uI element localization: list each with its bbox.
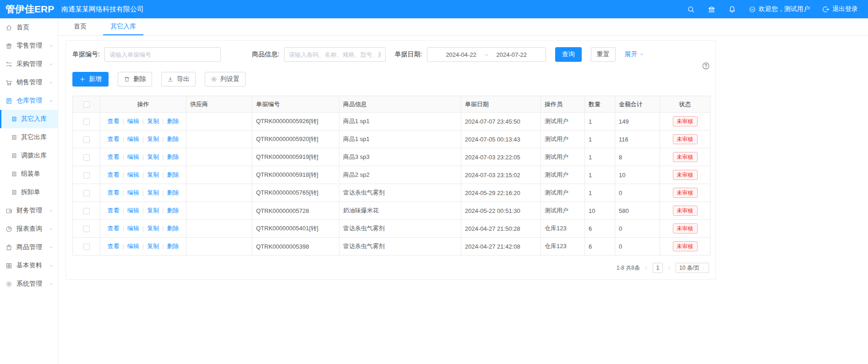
action-separator: | [142,189,144,196]
view-link[interactable]: 查看 [107,171,119,178]
sidebar-subitem-assembly[interactable]: 组装单 [0,165,58,183]
user-menu[interactable]: 欢迎您，测试用户 [749,5,810,13]
bill-no-input[interactable] [104,47,221,62]
doc-icon [11,116,17,122]
sidebar-subitem-other-outbound[interactable]: 其它出库 [0,128,58,147]
search-button[interactable]: 查询 [555,47,582,62]
chevron-down-icon [702,266,705,270]
next-page-button[interactable] [667,266,671,270]
date-end[interactable]: 2024-07-22 [496,51,527,58]
delete-link[interactable]: 删除 [167,153,179,160]
add-button[interactable]: 新增 [72,72,109,87]
delete-link[interactable]: 删除 [167,243,179,250]
edit-link[interactable]: 编辑 [127,153,139,160]
row-checkbox[interactable] [83,226,90,232]
copy-link[interactable]: 复制 [147,225,159,232]
swap-icon [5,61,12,68]
action-separator: | [162,171,164,178]
edit-link[interactable]: 编辑 [127,136,139,142]
copy-link[interactable]: 复制 [147,207,159,214]
reset-button[interactable]: 重置 [591,47,616,62]
company-name: 南通某某网络科技有限公司 [61,5,144,14]
column-settings-button[interactable]: 列设置 [205,72,246,87]
copy-link[interactable]: 复制 [147,153,159,160]
sidebar-item-home[interactable]: 首页 [0,18,58,37]
table-row: 查看|编辑|复制|删除QTRK00000005401[转]雷达杀虫气雾剂2024… [73,220,710,238]
sidebar-item-system[interactable]: 系统管理 [0,275,58,293]
edit-link[interactable]: 编辑 [127,189,139,196]
delete-link[interactable]: 删除 [167,118,179,125]
search-icon[interactable] [687,5,695,13]
delete-link[interactable]: 删除 [167,189,179,196]
view-link[interactable]: 查看 [107,118,119,125]
row-checkbox[interactable] [83,119,90,125]
action-separator: | [122,136,124,142]
bell-icon[interactable] [728,5,736,13]
date-separator: ~ [485,51,488,58]
view-link[interactable]: 查看 [107,207,119,214]
edit-link[interactable]: 编辑 [127,171,139,178]
operator-cell: 测试用户 [541,130,585,148]
delete-link[interactable]: 删除 [167,225,179,232]
tab-1[interactable]: 其它入库 [103,18,143,35]
delete-link[interactable]: 删除 [167,171,179,178]
delete-button[interactable]: 删除 [118,72,152,87]
export-button[interactable]: 导出 [161,72,196,87]
row-checkbox[interactable] [83,244,90,250]
sidebar-item-warehouse[interactable]: 仓库管理 [0,92,58,110]
view-link[interactable]: 查看 [107,136,119,142]
product-cell: 商品1 sp1 [339,113,461,130]
sidebar-item-retail[interactable]: 零售管理 [0,37,58,55]
copy-link[interactable]: 复制 [147,189,159,196]
sidebar-item-finance[interactable]: 财务管理 [0,201,58,220]
status-cell: 未审核 [660,166,710,184]
delete-link[interactable]: 删除 [167,136,179,142]
select-all-checkbox[interactable] [83,101,90,108]
date-start[interactable]: 2024-04-22 [446,51,476,58]
view-link[interactable]: 查看 [107,189,119,196]
edit-link[interactable]: 编辑 [127,243,139,250]
sidebar-item-basic-data[interactable]: 基本资料 [0,256,58,275]
date-range-picker[interactable]: 2024-04-22 ~ 2024-07-22 [427,47,546,62]
copy-link[interactable]: 复制 [147,136,159,142]
sidebar-subitem-other-inbound[interactable]: 其它入库 [0,110,58,128]
row-checkbox[interactable] [83,208,90,214]
current-page[interactable]: 1 [653,263,663,273]
logout-button[interactable]: 退出登录 [823,5,858,13]
bag-icon [5,244,12,251]
sidebar-item-reports[interactable]: 报表查询 [0,220,58,238]
sidebar-item-sales[interactable]: 销售管理 [0,73,58,92]
copy-link[interactable]: 复制 [147,171,159,178]
prev-page-button[interactable] [644,266,649,270]
bank-icon[interactable] [708,5,715,13]
app-logo[interactable]: 管伊佳ERP [0,3,56,16]
sidebar-subitem-transfer-outbound[interactable]: 调拨出库 [0,147,58,165]
row-checkbox[interactable] [83,172,90,179]
row-checkbox[interactable] [83,190,90,196]
edit-link[interactable]: 编辑 [127,207,139,214]
product-info-input[interactable] [284,47,386,62]
table-row: 查看|编辑|复制|删除QTRK00000005926[转]商品1 sp12024… [73,113,710,130]
sidebar-subitem-disassembly[interactable]: 拆卸单 [0,183,58,201]
view-link[interactable]: 查看 [107,225,119,232]
amount-cell: 0 [615,220,660,238]
view-link[interactable]: 查看 [107,243,119,250]
page-size-label: 10 条/页 [679,264,699,272]
edit-link[interactable]: 编辑 [127,118,139,125]
copy-link[interactable]: 复制 [147,118,159,125]
product-cell: 商品2 sp2 [339,166,461,184]
row-checkbox[interactable] [83,136,90,143]
help-icon[interactable] [702,62,710,70]
sidebar-item-label: 基本资料 [16,261,42,270]
copy-link[interactable]: 复制 [147,243,159,250]
edit-link[interactable]: 编辑 [127,225,139,232]
sidebar-item-products[interactable]: 商品管理 [0,238,58,256]
sidebar-item-purchase[interactable]: 采购管理 [0,55,58,73]
tab-0[interactable]: 首页 [66,18,94,35]
row-checkbox[interactable] [83,154,90,161]
page-size-select[interactable]: 10 条/页 [676,263,709,273]
qty-cell: 1 [585,184,615,202]
delete-link[interactable]: 删除 [167,207,179,214]
view-link[interactable]: 查看 [107,153,119,160]
expand-link[interactable]: 展开 [625,50,644,59]
